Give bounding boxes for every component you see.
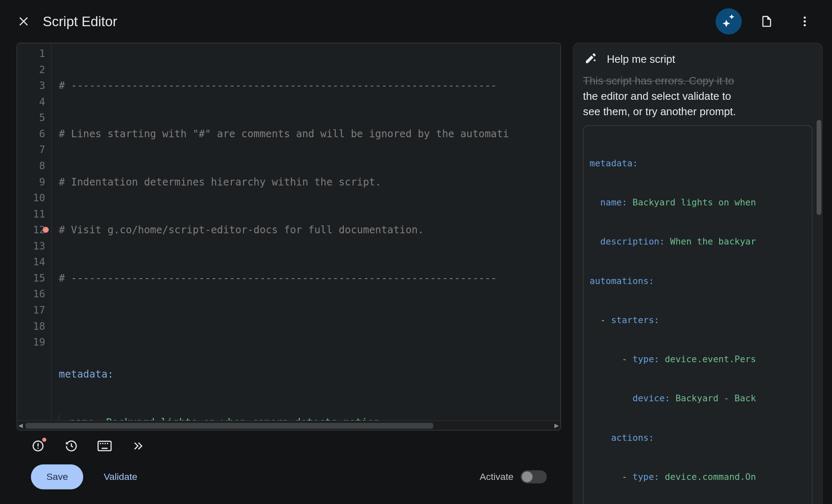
history-icon[interactable] [64, 439, 78, 453]
editor-horizontal-scrollbar[interactable]: ◀ ▶ [17, 420, 560, 430]
svg-rect-9 [104, 443, 106, 444]
save-button[interactable]: Save [31, 464, 83, 489]
code-editor[interactable]: 1234567891011 1213141516171819 # -------… [17, 43, 561, 430]
code-line: # Visit g.co/home/script-editor-docs for… [59, 224, 424, 236]
help-message: This script has errors. Copy it to the e… [574, 71, 822, 125]
svg-rect-7 [100, 443, 101, 444]
app-header: Script Editor [0, 0, 832, 43]
code-line: metadata: [59, 368, 114, 380]
pencil-sparkle-icon [584, 52, 597, 67]
help-title: Help me script [607, 53, 675, 66]
code-token: Backyard lights on when camera detects m… [100, 416, 380, 420]
svg-rect-10 [107, 443, 108, 444]
code-line: # Indentation determines hierarchy withi… [59, 176, 381, 188]
document-icon[interactable] [754, 8, 780, 35]
code-line: # --------------------------------------… [59, 79, 497, 91]
activate-toggle[interactable] [521, 470, 547, 483]
svg-rect-4 [37, 443, 39, 447]
svg-point-0 [804, 17, 806, 19]
page-title: Script Editor [43, 13, 117, 30]
code-line: # --------------------------------------… [59, 272, 497, 284]
svg-rect-6 [98, 441, 111, 451]
editor-footer: Save Validate Activate [17, 457, 561, 496]
line-gutter: 1234567891011 1213141516171819 [17, 43, 52, 420]
svg-point-1 [804, 20, 806, 22]
keyboard-icon[interactable] [97, 439, 112, 453]
svg-rect-11 [102, 448, 107, 449]
svg-point-2 [804, 24, 806, 26]
help-code-block: metadata: name: Backyard lights on when … [583, 125, 812, 504]
activate-label: Activate [480, 471, 514, 482]
validate-button[interactable]: Validate [100, 471, 141, 483]
chevron-right-double-icon[interactable] [131, 439, 145, 453]
help-panel-vertical-scrollbar[interactable] [817, 49, 821, 504]
problems-icon[interactable] [31, 439, 45, 453]
close-icon[interactable] [18, 15, 31, 28]
svg-rect-8 [102, 443, 104, 444]
code-content[interactable]: # --------------------------------------… [52, 43, 560, 420]
code-token: name: [70, 416, 100, 420]
help-panel: Help me script This script has errors. C… [573, 43, 823, 504]
svg-rect-5 [37, 447, 39, 449]
code-line: # Lines starting with "#" are comments a… [59, 128, 509, 140]
more-vert-icon[interactable] [792, 8, 818, 35]
editor-toolbar [17, 430, 561, 457]
sparkle-icon[interactable] [715, 8, 742, 35]
